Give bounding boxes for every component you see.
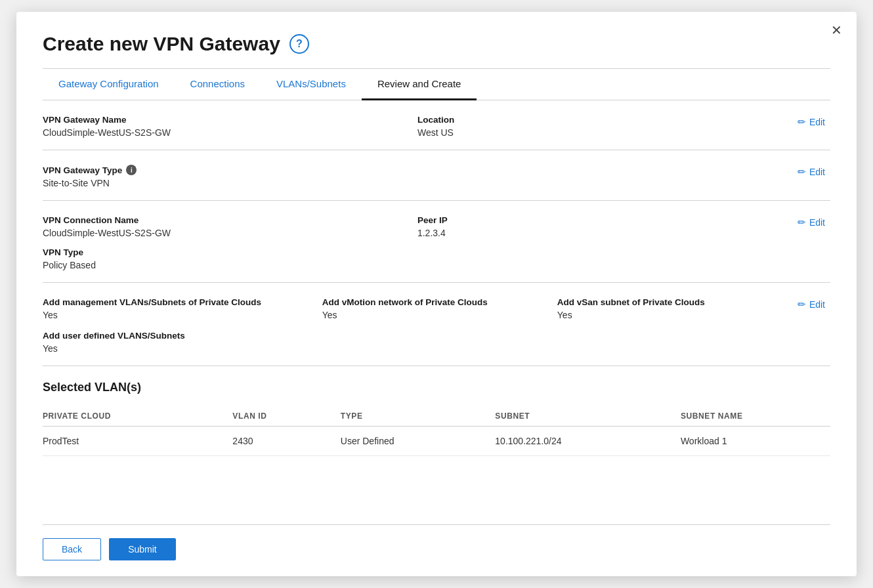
content-area: VPN Gateway Name CloudSimple-WestUS-S2S-… [43,100,830,524]
vsan-value: Yes [557,310,779,320]
vpn-type-label: VPN Type [43,247,779,257]
cell-private-cloud: ProdTest [43,427,232,456]
vlans-options-row: Add management VLANs/Subnets of Private … [43,297,830,354]
vlan-table-title: Selected VLAN(s) [43,381,830,394]
vpn-connection-row: VPN Connection Name CloudSimple-WestUS-S… [43,215,830,270]
edit-pencil-icon-4: ✏ [798,299,806,310]
gateway-name-edit-button[interactable]: ✏ Edit [792,116,830,128]
cell-type: User Defined [341,427,496,456]
vpn-connection-name-value: CloudSimple-WestUS-S2S-GW [43,228,404,238]
vpn-type-value: Policy Based [43,260,779,270]
submit-button[interactable]: Submit [109,538,176,560]
vmotion-field: Add vMotion network of Private Clouds Ye… [322,297,557,320]
mgmt-vlans-value: Yes [43,310,309,320]
vlans-options-fields: Add management VLANs/Subnets of Private … [43,297,792,354]
gateway-type-edit-label: Edit [809,167,825,177]
vpn-gateway-name-field: VPN Gateway Name CloudSimple-WestUS-S2S-… [43,115,417,138]
back-button[interactable]: Back [43,538,101,560]
vpn-gateway-type-value: Site-to-Site VPN [43,178,779,188]
vsan-field: Add vSan subnet of Private Clouds Yes [557,297,792,320]
col-type: TYPE [341,406,496,427]
vpn-type-field: VPN Type Policy Based [43,247,792,270]
vmotion-value: Yes [322,310,544,320]
vlan-table-header: PRIVATE CLOUD VLAN ID TYPE SUBNET SUBNET… [43,406,830,427]
vlans-options-edit-button[interactable]: ✏ Edit [792,299,830,310]
peer-ip-field: Peer IP 1.2.3.4 [417,215,792,238]
vpn-gateway-name-value: CloudSimple-WestUS-S2S-GW [43,127,404,138]
user-defined-label: Add user defined VLANS/Subnets [43,331,792,341]
edit-pencil-icon-2: ✏ [798,166,806,178]
vpn-connection-fields: VPN Connection Name CloudSimple-WestUS-S… [43,215,792,270]
vmotion-label: Add vMotion network of Private Clouds [322,297,544,307]
vpn-gateway-type-label: VPN Gateway Type i [43,165,779,175]
create-vpn-modal: ✕ Create new VPN Gateway ? Gateway Confi… [16,12,857,576]
gateway-type-edit-button[interactable]: ✏ Edit [792,166,830,178]
gateway-name-section: VPN Gateway Name CloudSimple-WestUS-S2S-… [43,100,830,150]
vpn-connection-name-field: VPN Connection Name CloudSimple-WestUS-S… [43,215,417,238]
edit-pencil-icon-3: ✏ [798,217,806,228]
gateway-type-row: VPN Gateway Type i Site-to-Site VPN ✏ Ed… [43,165,830,188]
vlans-options-edit-label: Edit [809,299,825,310]
gateway-name-edit-label: Edit [809,117,825,127]
mgmt-vlans-field: Add management VLANs/Subnets of Private … [43,297,322,320]
peer-ip-label: Peer IP [417,215,779,225]
location-value: West US [417,127,779,138]
tab-vlans-subnets[interactable]: VLANs/Subnets [261,69,362,100]
gateway-name-fields: VPN Gateway Name CloudSimple-WestUS-S2S-… [43,115,792,138]
col-vlan-id: VLAN ID [232,406,340,427]
vpn-connection-edit-label: Edit [809,217,825,228]
mgmt-vlans-label: Add management VLANs/Subnets of Private … [43,297,309,307]
modal-title: Create new VPN Gateway [43,33,280,55]
tab-review-create[interactable]: Review and Create [362,69,477,100]
cell-vlan-id: 2430 [232,427,340,456]
location-label: Location [417,115,779,125]
edit-pencil-icon: ✏ [798,116,806,128]
vpn-connection-edit-button[interactable]: ✏ Edit [792,217,830,228]
user-defined-value: Yes [43,343,792,354]
tabs-container: Gateway Configuration Connections VLANs/… [43,69,830,100]
col-subnet: SUBNET [495,406,681,427]
vlan-table-header-row: PRIVATE CLOUD VLAN ID TYPE SUBNET SUBNET… [43,406,830,427]
vlans-options-section: Add management VLANs/Subnets of Private … [43,283,830,366]
vlan-table: PRIVATE CLOUD VLAN ID TYPE SUBNET SUBNET… [43,406,830,456]
vlan-table-body: ProdTest 2430 User Defined 10.100.221.0/… [43,427,830,456]
vpn-gateway-type-field: VPN Gateway Type i Site-to-Site VPN [43,165,792,188]
peer-ip-value: 1.2.3.4 [417,228,779,238]
gateway-name-row: VPN Gateway Name CloudSimple-WestUS-S2S-… [43,115,830,138]
vlans-options-top: Add management VLANs/Subnets of Private … [43,297,792,320]
vpn-gateway-name-label: VPN Gateway Name [43,115,404,125]
vpn-connection-name-label: VPN Connection Name [43,215,404,225]
vpn-connection-section: VPN Connection Name CloudSimple-WestUS-S… [43,201,830,283]
cell-subnet: 10.100.221.0/24 [495,427,681,456]
close-button[interactable]: ✕ [831,24,842,37]
modal-header: Create new VPN Gateway ? [43,33,830,55]
col-private-cloud: PRIVATE CLOUD [43,406,232,427]
location-field: Location West US [417,115,792,138]
vsan-label: Add vSan subnet of Private Clouds [557,297,779,307]
vlan-table-section: Selected VLAN(s) PRIVATE CLOUD VLAN ID T… [43,366,830,468]
vpn-type-info-icon[interactable]: i [126,165,137,175]
modal-footer: Back Submit [43,524,830,576]
cell-subnet-name: Workload 1 [681,427,830,456]
col-subnet-name: SUBNET NAME [681,406,830,427]
gateway-type-section: VPN Gateway Type i Site-to-Site VPN ✏ Ed… [43,150,830,201]
tab-connections[interactable]: Connections [175,69,261,100]
help-icon[interactable]: ? [289,34,309,54]
gateway-type-fields: VPN Gateway Type i Site-to-Site VPN [43,165,792,188]
tab-gateway-configuration[interactable]: Gateway Configuration [43,69,175,100]
vlans-options-bottom: Add user defined VLANS/Subnets Yes [43,331,792,354]
table-row: ProdTest 2430 User Defined 10.100.221.0/… [43,427,830,456]
